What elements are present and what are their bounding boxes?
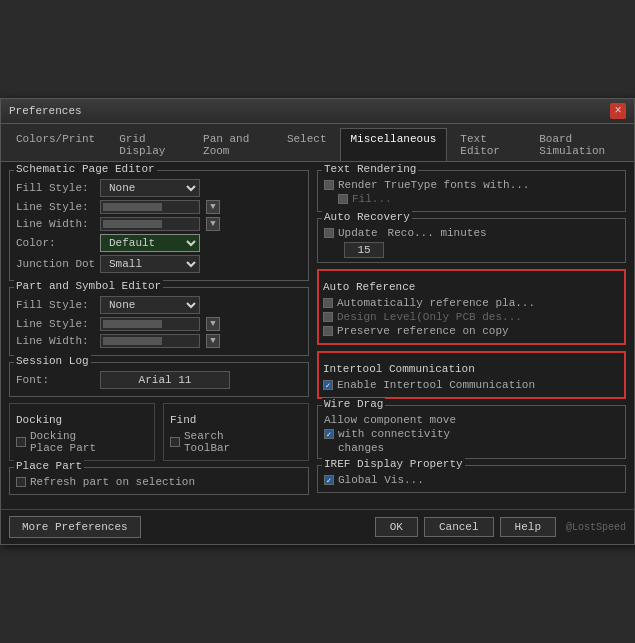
with-connectivity-label: with connectivity bbox=[338, 428, 450, 440]
fill-style-row: Fill Style: None bbox=[16, 179, 302, 197]
tab-bar: Colors/Print Grid Display Pan and Zoom S… bbox=[1, 124, 634, 162]
find-sub: ToolBar bbox=[184, 442, 230, 454]
auto-ref-label: Automatically reference pla... bbox=[337, 297, 535, 309]
junction-row: Junction Dot Small bbox=[16, 255, 302, 273]
tab-misc[interactable]: Miscellaneous bbox=[340, 128, 448, 161]
right-panel: Text Rendering Render TrueType fonts wit… bbox=[317, 170, 626, 501]
tab-pan[interactable]: Pan and Zoom bbox=[192, 128, 274, 161]
fill-style-select-wrapper: None bbox=[100, 179, 200, 197]
line-style-row: Line Style: ▼ bbox=[16, 200, 302, 214]
intertool-title: Intertool Communication bbox=[323, 363, 620, 375]
text-rendering-group: Text Rendering Render TrueType fonts wit… bbox=[317, 170, 626, 212]
junction-label: Junction Dot bbox=[16, 258, 96, 270]
docking-label: Docking bbox=[30, 430, 96, 442]
color-select[interactable]: Default bbox=[100, 234, 200, 252]
line-style-bar[interactable] bbox=[100, 200, 200, 214]
wire-drag-group: Wire Drag Allow component move with conn… bbox=[317, 405, 626, 459]
intertool-checkbox[interactable] bbox=[323, 380, 333, 390]
part-line-style-bar[interactable] bbox=[100, 317, 200, 331]
tab-grid[interactable]: Grid Display bbox=[108, 128, 190, 161]
part-line-width-bar[interactable] bbox=[100, 334, 200, 348]
recovery-checkbox[interactable] bbox=[324, 228, 334, 238]
find-checkbox[interactable] bbox=[170, 437, 180, 447]
intertool-label: Enable Intertool Communication bbox=[337, 379, 535, 391]
ok-button[interactable]: OK bbox=[375, 517, 418, 537]
main-content: Schematic Page Editor Fill Style: None L… bbox=[1, 162, 634, 509]
window-title: Preferences bbox=[9, 105, 82, 117]
title-bar: Preferences × bbox=[1, 99, 634, 124]
help-button[interactable]: Help bbox=[500, 517, 556, 537]
tab-text[interactable]: Text Editor bbox=[449, 128, 526, 161]
global-vis-checkbox[interactable] bbox=[324, 475, 334, 485]
truetype-label: Render TrueType fonts with... bbox=[338, 179, 529, 191]
fill-style-label: Fill Style: bbox=[16, 182, 96, 194]
intertool-row: Enable Intertool Communication bbox=[323, 379, 620, 391]
auto-reference-group: Auto Reference Automatically reference p… bbox=[317, 269, 626, 345]
preserve-label: Preserve reference on copy bbox=[337, 325, 509, 337]
auto-ref-checkbox[interactable] bbox=[323, 298, 333, 308]
iref-group: IREF Display Property Global Vis... bbox=[317, 465, 626, 493]
line-style-label: Line Style: bbox=[16, 201, 96, 213]
bottom-bar: More Preferences OK Cancel Help @LostSpe… bbox=[1, 509, 634, 544]
cancel-button[interactable]: Cancel bbox=[424, 517, 494, 537]
truetype-row: Render TrueType fonts with... bbox=[324, 179, 619, 191]
docking-box: Docking Docking Place Part bbox=[9, 403, 155, 461]
find-label: Search bbox=[184, 430, 230, 442]
more-prefs-button[interactable]: More Preferences bbox=[9, 516, 141, 538]
line-width-label: Line Width: bbox=[16, 218, 96, 230]
place-part-group: Place Part Refresh part on selection bbox=[9, 467, 309, 495]
junction-select[interactable]: Small bbox=[100, 255, 200, 273]
design-level-checkbox[interactable] bbox=[323, 312, 333, 322]
tab-board[interactable]: Board Simulation bbox=[528, 128, 630, 161]
schematic-title: Schematic Page Editor bbox=[14, 163, 157, 175]
watermark: @LostSpeed bbox=[566, 522, 626, 533]
find-box: Find Search ToolBar bbox=[163, 403, 309, 461]
auto-reference-title: Auto Reference bbox=[323, 281, 620, 293]
fill-style-select[interactable]: None bbox=[100, 179, 200, 197]
docking-sub: Place Part bbox=[30, 442, 96, 454]
tab-select[interactable]: Select bbox=[276, 128, 338, 161]
docking-checkbox-row: Docking Place Part bbox=[16, 430, 148, 454]
design-level-row: Design Level(Only PCB des... bbox=[323, 311, 620, 323]
line-style-arrow[interactable]: ▼ bbox=[206, 200, 220, 214]
part-group: Part and Symbol Editor Fill Style: None … bbox=[9, 287, 309, 356]
refresh-label: Refresh part on selection bbox=[30, 476, 195, 488]
part-line-style-label: Line Style: bbox=[16, 318, 96, 330]
global-vis-label: Global Vis... bbox=[338, 474, 424, 486]
fil-checkbox[interactable] bbox=[338, 194, 348, 204]
refresh-checkbox[interactable] bbox=[16, 477, 26, 487]
find-checkbox-row: Search ToolBar bbox=[170, 430, 302, 454]
part-line-style-arrow[interactable]: ▼ bbox=[206, 317, 220, 331]
part-fill-select[interactable]: None bbox=[100, 296, 200, 314]
part-line-style-row: Line Style: ▼ bbox=[16, 317, 302, 331]
font-label: Font: bbox=[16, 374, 96, 386]
design-level-label: Design Level(Only PCB des... bbox=[337, 311, 522, 323]
font-display[interactable]: Arial 11 bbox=[100, 371, 230, 389]
docking-find-row: Docking Docking Place Part Find bbox=[9, 403, 309, 461]
recovery-row: Update Reco... minutes bbox=[324, 227, 619, 239]
part-line-width-arrow[interactable]: ▼ bbox=[206, 334, 220, 348]
line-width-bar[interactable] bbox=[100, 217, 200, 231]
truetype-checkbox[interactable] bbox=[324, 180, 334, 190]
find-labels: Search ToolBar bbox=[184, 430, 230, 454]
text-rendering-title: Text Rendering bbox=[322, 163, 418, 175]
color-label: Color: bbox=[16, 237, 96, 249]
wire-drag-title: Wire Drag bbox=[322, 398, 385, 410]
docking-checkbox[interactable] bbox=[16, 437, 26, 447]
auto-recovery-group: Auto Recovery Update Reco... minutes bbox=[317, 218, 626, 263]
with-connectivity-checkbox[interactable] bbox=[324, 429, 334, 439]
find-section-title: Find bbox=[170, 414, 302, 426]
recovery-minutes-input[interactable] bbox=[344, 242, 384, 258]
fil-label: Fil... bbox=[352, 193, 392, 205]
close-button[interactable]: × bbox=[610, 103, 626, 119]
session-group: Session Log Font: Arial 11 bbox=[9, 362, 309, 397]
refresh-row: Refresh part on selection bbox=[16, 476, 302, 488]
part-line-width-label: Line Width: bbox=[16, 335, 96, 347]
docking-labels: Docking Place Part bbox=[30, 430, 96, 454]
line-width-arrow[interactable]: ▼ bbox=[206, 217, 220, 231]
preserve-row: Preserve reference on copy bbox=[323, 325, 620, 337]
allow-label: Allow component move bbox=[324, 414, 619, 426]
preserve-checkbox[interactable] bbox=[323, 326, 333, 336]
schematic-group: Schematic Page Editor Fill Style: None L… bbox=[9, 170, 309, 281]
tab-colors[interactable]: Colors/Print bbox=[5, 128, 106, 161]
